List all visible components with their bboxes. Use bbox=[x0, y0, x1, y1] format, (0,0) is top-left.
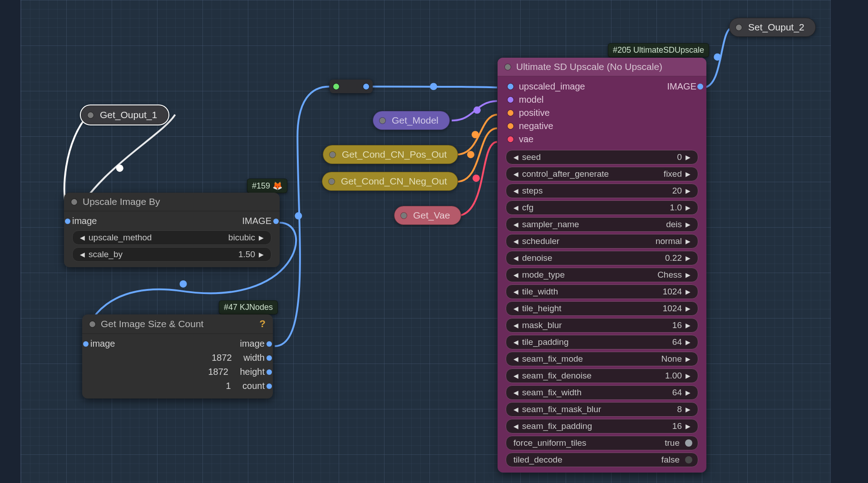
output-port-icon[interactable] bbox=[266, 341, 272, 347]
arrow-left-icon[interactable]: ◀ bbox=[512, 170, 520, 178]
widget-tile-height[interactable]: ◀tile_height1024▶ bbox=[506, 301, 698, 316]
widget-label: steps bbox=[522, 186, 542, 196]
widget-label: seam_fix_mode bbox=[522, 354, 583, 364]
widget-seam-fix-padding[interactable]: ◀seam_fix_padding16▶ bbox=[506, 419, 698, 433]
widget-seam-fix-width[interactable]: ◀seam_fix_width64▶ bbox=[506, 385, 698, 400]
collapse-icon[interactable] bbox=[71, 199, 77, 205]
arrow-right-icon[interactable]: ▶ bbox=[684, 187, 692, 194]
arrow-left-icon[interactable]: ◀ bbox=[512, 423, 520, 430]
arrow-right-icon[interactable]: ▶ bbox=[684, 322, 692, 329]
arrow-right-icon[interactable]: ▶ bbox=[684, 170, 692, 178]
widget-mask-blur[interactable]: ◀mask_blur16▶ bbox=[506, 318, 698, 333]
widget-cfg[interactable]: ◀cfg1.0▶ bbox=[506, 200, 698, 215]
output-port-icon[interactable] bbox=[266, 355, 272, 361]
output-port-icon[interactable] bbox=[697, 84, 703, 90]
pill-set-output-2[interactable]: Set_Ouput_2 bbox=[729, 18, 816, 37]
arrow-left-icon[interactable]: ◀ bbox=[512, 154, 520, 161]
arrow-left-icon[interactable]: ◀ bbox=[512, 389, 520, 396]
arrow-right-icon[interactable]: ▶ bbox=[684, 288, 692, 295]
widget-steps[interactable]: ◀steps20▶ bbox=[506, 184, 698, 198]
widget-tile-padding[interactable]: ◀tile_padding64▶ bbox=[506, 335, 698, 349]
node-get-image-size[interactable]: Get Image Size & Count ? image image 187… bbox=[82, 314, 273, 398]
arrow-left-icon[interactable]: ◀ bbox=[512, 254, 520, 262]
widget-sampler-name[interactable]: ◀sampler_namedeis▶ bbox=[506, 217, 698, 232]
arrow-left-icon[interactable]: ◀ bbox=[512, 271, 520, 279]
pill-get-cond-neg[interactable]: Get_Cond_CN_Neg_Out bbox=[322, 172, 458, 191]
help-icon[interactable]: ? bbox=[260, 318, 266, 330]
toggle-icon[interactable] bbox=[685, 439, 692, 447]
arrow-right-icon[interactable]: ▶ bbox=[684, 221, 692, 228]
node-title-row[interactable]: Upscale Image By bbox=[64, 193, 280, 211]
badge-text: #205 UltimateSDUpscale bbox=[613, 45, 704, 55]
arrow-left-icon[interactable]: ◀ bbox=[78, 234, 87, 241]
pill-get-cond-pos[interactable]: Get_Cond_CN_Pos_Out bbox=[323, 145, 458, 164]
badge-159: #159 🦊 bbox=[247, 179, 287, 193]
arrow-left-icon[interactable]: ◀ bbox=[512, 221, 520, 228]
port-icon[interactable] bbox=[508, 97, 513, 103]
arrow-left-icon[interactable]: ◀ bbox=[512, 187, 520, 194]
arrow-left-icon[interactable]: ◀ bbox=[512, 322, 520, 329]
pill-get-output-1[interactable]: Get_Ouput_1 bbox=[81, 105, 168, 124]
arrow-left-icon[interactable]: ◀ bbox=[512, 372, 520, 379]
arrow-right-icon[interactable]: ▶ bbox=[257, 234, 266, 241]
arrow-left-icon[interactable]: ◀ bbox=[512, 355, 520, 363]
arrow-left-icon[interactable]: ◀ bbox=[78, 251, 87, 258]
arrow-left-icon[interactable]: ◀ bbox=[512, 204, 520, 211]
input-negative: negative bbox=[519, 121, 553, 131]
input-port-icon[interactable] bbox=[65, 219, 70, 224]
arrow-right-icon[interactable]: ▶ bbox=[684, 423, 692, 430]
pill-get-vae[interactable]: Get_Vae bbox=[394, 206, 461, 225]
arrow-right-icon[interactable]: ▶ bbox=[684, 204, 692, 211]
widget-seed[interactable]: ◀seed0▶ bbox=[506, 150, 698, 164]
arrow-left-icon[interactable]: ◀ bbox=[512, 305, 520, 312]
output-port-icon[interactable] bbox=[266, 383, 272, 389]
node-upscale-image-by[interactable]: Upscale Image By image IMAGE ◀ upscale_m… bbox=[64, 193, 280, 267]
arrow-right-icon[interactable]: ▶ bbox=[684, 254, 692, 262]
widget-tile-width[interactable]: ◀tile_width1024▶ bbox=[506, 284, 698, 299]
arrow-right-icon[interactable]: ▶ bbox=[257, 251, 266, 258]
arrow-right-icon[interactable]: ▶ bbox=[684, 389, 692, 396]
port-icon[interactable] bbox=[508, 136, 513, 142]
widget-scheduler[interactable]: ◀schedulernormal▶ bbox=[506, 234, 698, 249]
widget-mode-type[interactable]: ◀mode_typeChess▶ bbox=[506, 268, 698, 282]
reroute-node[interactable] bbox=[330, 80, 373, 93]
arrow-left-icon[interactable]: ◀ bbox=[512, 288, 520, 295]
widget-label: tiled_decode bbox=[513, 455, 562, 465]
arrow-left-icon[interactable]: ◀ bbox=[512, 406, 520, 413]
svg-point-4 bbox=[467, 151, 474, 158]
port-icon[interactable] bbox=[508, 110, 513, 116]
pill-get-model[interactable]: Get_Model bbox=[373, 111, 450, 130]
output-port-icon[interactable] bbox=[266, 369, 272, 375]
widget-seam-fix-denoise[interactable]: ◀seam_fix_denoise1.00▶ bbox=[506, 368, 698, 383]
widget-control-after-generate[interactable]: ◀control_after_generatefixed▶ bbox=[506, 167, 698, 181]
input-port-icon[interactable] bbox=[83, 341, 89, 347]
port-icon[interactable] bbox=[508, 123, 513, 129]
arrow-right-icon[interactable]: ▶ bbox=[684, 355, 692, 363]
arrow-right-icon[interactable]: ▶ bbox=[684, 406, 692, 413]
arrow-left-icon[interactable]: ◀ bbox=[512, 238, 520, 245]
arrow-left-icon[interactable]: ◀ bbox=[512, 339, 520, 346]
widget-denoise[interactable]: ◀denoise0.22▶ bbox=[506, 251, 698, 265]
widget-seam-fix-mask-blur[interactable]: ◀seam_fix_mask_blur8▶ bbox=[506, 402, 698, 417]
arrow-right-icon[interactable]: ▶ bbox=[684, 305, 692, 312]
output-port-icon[interactable] bbox=[273, 219, 279, 224]
arrow-right-icon[interactable]: ▶ bbox=[684, 339, 692, 346]
node-title-row[interactable]: Get Image Size & Count ? bbox=[82, 314, 273, 334]
port-icon[interactable] bbox=[508, 84, 513, 90]
widget-upscale-method[interactable]: ◀ upscale_method bicubic ▶ bbox=[72, 230, 271, 245]
widget-seam-fix-mode[interactable]: ◀seam_fix_modeNone▶ bbox=[506, 352, 698, 366]
widget-force-uniform-tiles[interactable]: force_uniform_tilestrue bbox=[506, 436, 698, 450]
collapse-icon[interactable] bbox=[505, 64, 511, 70]
arrow-right-icon[interactable]: ▶ bbox=[684, 271, 692, 279]
widget-tiled-decode[interactable]: tiled_decodefalse bbox=[506, 453, 698, 467]
node-title-row[interactable]: Ultimate SD Upscale (No Upscale) bbox=[498, 58, 706, 76]
arrow-right-icon[interactable]: ▶ bbox=[684, 238, 692, 245]
widget-scale-by[interactable]: ◀ scale_by 1.50 ▶ bbox=[72, 247, 271, 262]
arrow-right-icon[interactable]: ▶ bbox=[684, 372, 692, 379]
node-ultimate-sd-upscale[interactable]: Ultimate SD Upscale (No Upscale) upscale… bbox=[498, 58, 706, 473]
collapse-icon[interactable] bbox=[89, 321, 95, 327]
width-label: width bbox=[243, 353, 265, 363]
toggle-icon[interactable] bbox=[685, 456, 692, 463]
widget-label: tile_height bbox=[522, 304, 562, 314]
arrow-right-icon[interactable]: ▶ bbox=[684, 154, 692, 161]
